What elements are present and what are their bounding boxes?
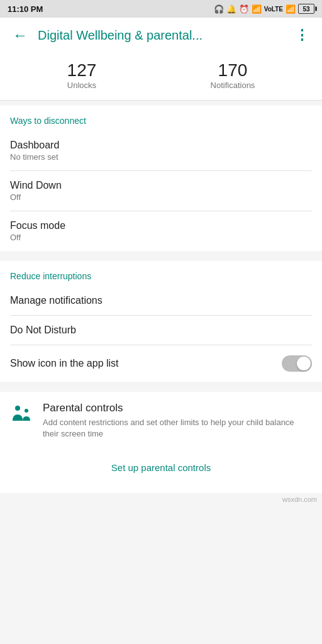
wind-down-subtitle: Off — [10, 192, 312, 202]
headphone-icon: 🎧 — [214, 4, 224, 14]
setup-parental-controls-button[interactable]: Set up parental controls — [101, 457, 221, 478]
wind-down-item[interactable]: Wind Down Off — [0, 171, 322, 211]
status-icons: 🎧 🔔 ⏰ 📶 VoLTE 📶 53 — [214, 4, 314, 14]
unlocks-number: 127 — [67, 60, 97, 80]
notifications-label: Notifications — [211, 80, 255, 90]
section-gap-2 — [0, 382, 322, 387]
focus-mode-subtitle: Off — [10, 233, 312, 242]
signal-icon: 📶 — [252, 4, 262, 14]
focus-mode-title: Focus mode — [10, 220, 312, 231]
parental-controls-title: Parental controls — [43, 402, 312, 414]
notifications-number: 170 — [211, 60, 255, 80]
reduce-interruptions-header: Reduce interruptions — [0, 261, 322, 286]
parental-controls-content: Parental controls Add content restrictio… — [43, 402, 312, 440]
show-icon-label: Show icon in the app list — [10, 358, 119, 369]
ways-to-disconnect-section: Ways to disconnect Dashboard No timers s… — [0, 106, 322, 251]
svg-point-0 — [15, 406, 20, 411]
parental-controls-section: Parental controls Add content restrictio… — [0, 392, 322, 450]
dashboard-subtitle: No timers set — [10, 152, 312, 162]
alarm-icon: 🔔 — [226, 4, 236, 14]
ways-to-disconnect-header: Ways to disconnect — [0, 106, 322, 131]
setup-button-row: Set up parental controls — [0, 450, 322, 493]
overflow-menu-button[interactable]: ⋮ — [292, 25, 312, 46]
wifi-icon: 📶 — [286, 4, 296, 14]
do-not-disturb-title: Do Not Disturb — [10, 325, 312, 336]
focus-mode-item[interactable]: Focus mode Off — [0, 211, 322, 251]
status-bar: 11:10 PM 🎧 🔔 ⏰ 📶 VoLTE 📶 53 — [0, 0, 322, 18]
parental-controls-icon — [10, 403, 33, 431]
unlocks-label: Unlocks — [67, 80, 97, 90]
watermark: wsxdn.com — [0, 493, 322, 506]
reduce-interruptions-section: Reduce interruptions Manage notification… — [0, 261, 322, 382]
section-gap-1 — [0, 251, 322, 256]
stats-row: 127 Unlocks 170 Notifications — [0, 53, 322, 101]
unlocks-stat: 127 Unlocks — [67, 60, 97, 90]
page-title: Digital Wellbeing & parental... — [38, 28, 285, 43]
show-icon-toggle[interactable] — [282, 355, 312, 372]
back-button[interactable]: ← — [10, 24, 30, 47]
parental-controls-description: Add content restrictions and set other l… — [43, 417, 312, 440]
volte-icon: VoLTE — [264, 6, 283, 13]
clock-icon: ⏰ — [239, 4, 249, 14]
dashboard-title: Dashboard — [10, 140, 312, 151]
svg-point-1 — [25, 409, 28, 413]
manage-notifications-title: Manage notifications — [10, 295, 312, 306]
dashboard-item[interactable]: Dashboard No timers set — [0, 131, 322, 170]
do-not-disturb-item[interactable]: Do Not Disturb — [0, 316, 322, 345]
manage-notifications-item[interactable]: Manage notifications — [0, 286, 322, 315]
notifications-stat: 170 Notifications — [211, 60, 255, 90]
show-icon-row: Show icon in the app list — [0, 345, 322, 382]
app-bar: ← Digital Wellbeing & parental... ⋮ — [0, 18, 322, 53]
wind-down-title: Wind Down — [10, 180, 312, 191]
battery-icon: 53 — [298, 4, 314, 14]
status-time: 11:10 PM — [8, 4, 43, 14]
